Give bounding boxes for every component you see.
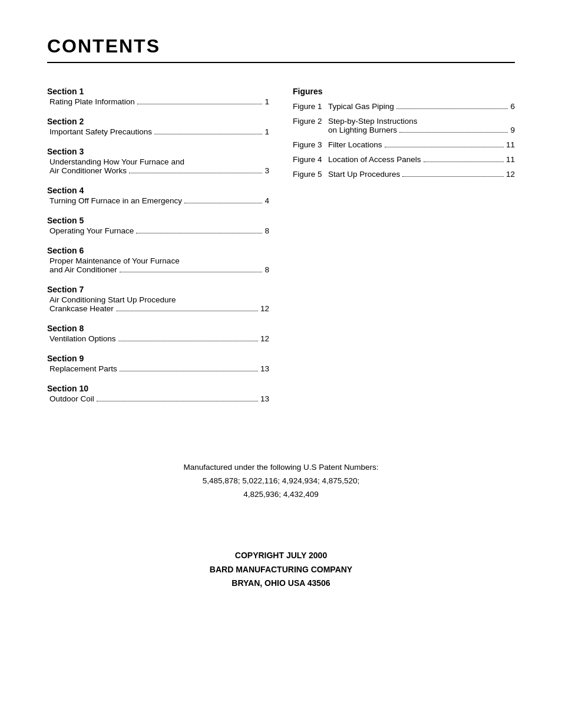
section-2-heading: Section 2 bbox=[47, 117, 269, 126]
section-2-entry: Important Safety Precautions 1 bbox=[47, 127, 269, 136]
figure-1-text: Typical Gas Piping bbox=[328, 102, 394, 111]
section-10-entry: Outdoor Coil 13 bbox=[47, 394, 269, 403]
figure-3-dots bbox=[385, 147, 504, 147]
section-6-heading: Section 6 bbox=[47, 246, 269, 255]
figure-3-content: Filter Locations 11 bbox=[328, 140, 515, 149]
toc-section-10: Section 10 Outdoor Coil 13 bbox=[47, 384, 269, 403]
section-10-dots bbox=[97, 401, 258, 401]
copyright-section: COPYRIGHT JULY 2000 BARD MANUFACTURING C… bbox=[47, 549, 515, 591]
figure-1-row: Figure 1 Typical Gas Piping 6 bbox=[293, 102, 515, 111]
section-8-text: Ventilation Options bbox=[49, 334, 116, 343]
page: CONTENTS Section 1 Rating Plate Informat… bbox=[0, 0, 562, 626]
figure-5-entry: Start Up Procedures 12 bbox=[328, 170, 515, 179]
figure-3-text: Filter Locations bbox=[328, 140, 382, 149]
section-7-bottom-line: Crankcase Heater 12 bbox=[49, 304, 269, 313]
section-9-entry: Replacement Parts 13 bbox=[47, 364, 269, 373]
figure-3-page: 11 bbox=[506, 140, 515, 149]
figure-5-page: 12 bbox=[506, 170, 515, 179]
section-3-entry: Understanding How Your Furnace and Air C… bbox=[47, 157, 269, 175]
copyright-line2: BARD MANUFACTURING COMPANY bbox=[47, 563, 515, 577]
figure-1-content: Typical Gas Piping 6 bbox=[328, 102, 515, 111]
figure-3-entry: Filter Locations 11 bbox=[328, 140, 515, 149]
section-8-entry: Ventilation Options 12 bbox=[47, 334, 269, 343]
figure-2-text-line2: on Lighting Burners bbox=[328, 126, 397, 134]
section-1-entry: Rating Plate Information 1 bbox=[47, 97, 269, 106]
figure-1-page: 6 bbox=[510, 102, 515, 111]
section-5-entry: Operating Your Furnace 8 bbox=[47, 226, 269, 235]
section-6-entry: Proper Maintenance of Your Furnace and A… bbox=[47, 256, 269, 274]
section-7-text-line2: Crankcase Heater bbox=[49, 304, 114, 313]
figure-1-dots bbox=[396, 108, 508, 109]
figure-4-text: Location of Access Panels bbox=[328, 155, 421, 164]
section-6-dots bbox=[120, 272, 263, 272]
section-8-heading: Section 8 bbox=[47, 324, 269, 333]
toc-section-6: Section 6 Proper Maintenance of Your Fur… bbox=[47, 246, 269, 274]
section-5-page: 8 bbox=[265, 226, 269, 235]
figure-2-text-line1: Step-by-Step Instructions bbox=[328, 117, 515, 126]
section-9-page: 13 bbox=[260, 364, 269, 373]
toc-section-5: Section 5 Operating Your Furnace 8 bbox=[47, 216, 269, 235]
section-5-dots bbox=[136, 233, 262, 233]
section-4-page: 4 bbox=[265, 196, 269, 205]
figure-3-label: Figure 3 bbox=[293, 140, 328, 149]
section-6-bottom-line: and Air Conditioner 8 bbox=[49, 265, 269, 274]
figure-3-row: Figure 3 Filter Locations 11 bbox=[293, 140, 515, 149]
patent-line2: 5,485,878; 5,022,116; 4,924,934; 4,875,5… bbox=[47, 475, 515, 488]
title-divider bbox=[47, 62, 515, 63]
section-7-page: 12 bbox=[260, 304, 269, 313]
section-10-page: 13 bbox=[260, 394, 269, 403]
copyright-line3: BRYAN, OHIO USA 43506 bbox=[47, 577, 515, 591]
toc-section-2: Section 2 Important Safety Precautions 1 bbox=[47, 117, 269, 136]
patent-line3: 4,825,936; 4,432,409 bbox=[47, 488, 515, 502]
section-2-dots bbox=[154, 134, 262, 134]
section-10-heading: Section 10 bbox=[47, 384, 269, 393]
section-3-text-line2: Air Conditioner Works bbox=[49, 166, 127, 175]
figure-2-label: Figure 2 bbox=[293, 117, 328, 126]
section-4-heading: Section 4 bbox=[47, 186, 269, 195]
toc-section-4: Section 4 Turning Off Furnace in an Emer… bbox=[47, 186, 269, 205]
section-7-dots bbox=[116, 311, 258, 311]
section-3-bottom-line: Air Conditioner Works 3 bbox=[49, 166, 269, 175]
section-7-heading: Section 7 bbox=[47, 285, 269, 294]
section-4-text: Turning Off Furnace in an Emergency bbox=[49, 196, 182, 205]
section-1-dots bbox=[137, 104, 263, 104]
figure-2-dots bbox=[399, 132, 508, 133]
figure-5-label: Figure 5 bbox=[293, 170, 328, 179]
figures-heading: Figures bbox=[293, 87, 515, 96]
section-3-page: 3 bbox=[265, 166, 269, 175]
section-8-dots bbox=[118, 341, 258, 341]
figure-4-entry: Location of Access Panels 11 bbox=[328, 155, 515, 164]
section-8-page: 12 bbox=[260, 334, 269, 343]
toc-section-8: Section 8 Ventilation Options 12 bbox=[47, 324, 269, 343]
section-6-text-line2: and Air Conditioner bbox=[49, 265, 117, 274]
section-2-text: Important Safety Precautions bbox=[49, 127, 152, 136]
figure-5-content: Start Up Procedures 12 bbox=[328, 170, 515, 179]
section-1-page: 1 bbox=[265, 97, 269, 106]
section-9-heading: Section 9 bbox=[47, 354, 269, 363]
section-6-text-line1: Proper Maintenance of Your Furnace bbox=[49, 256, 269, 265]
section-3-dots bbox=[129, 173, 262, 173]
figure-2-row: Figure 2 Step-by-Step Instructions on Li… bbox=[293, 117, 515, 134]
figure-5-text: Start Up Procedures bbox=[328, 170, 400, 179]
section-9-text: Replacement Parts bbox=[49, 364, 117, 373]
toc-section-3: Section 3 Understanding How Your Furnace… bbox=[47, 147, 269, 175]
section-2-page: 1 bbox=[265, 127, 269, 136]
copyright-line1: COPYRIGHT JULY 2000 bbox=[47, 549, 515, 563]
toc-section-9: Section 9 Replacement Parts 13 bbox=[47, 354, 269, 373]
figure-4-content: Location of Access Panels 11 bbox=[328, 155, 515, 164]
patent-section: Manufactured under the following U.S Pat… bbox=[47, 461, 515, 502]
section-5-text: Operating Your Furnace bbox=[49, 226, 134, 235]
section-9-dots bbox=[120, 371, 258, 371]
patent-line1: Manufactured under the following U.S Pat… bbox=[47, 461, 515, 475]
figure-4-dots bbox=[424, 162, 504, 162]
section-4-entry: Turning Off Furnace in an Emergency 4 bbox=[47, 196, 269, 205]
figure-4-label: Figure 4 bbox=[293, 155, 328, 164]
section-1-text: Rating Plate Information bbox=[49, 97, 135, 106]
figure-5-row: Figure 5 Start Up Procedures 12 bbox=[293, 170, 515, 179]
section-6-page: 8 bbox=[265, 265, 269, 274]
toc-section-7: Section 7 Air Conditioning Start Up Proc… bbox=[47, 285, 269, 313]
figure-2-bottom: on Lighting Burners 9 bbox=[328, 126, 515, 134]
figure-4-page: 11 bbox=[506, 155, 515, 164]
figure-4-row: Figure 4 Location of Access Panels 11 bbox=[293, 155, 515, 164]
section-3-heading: Section 3 bbox=[47, 147, 269, 156]
